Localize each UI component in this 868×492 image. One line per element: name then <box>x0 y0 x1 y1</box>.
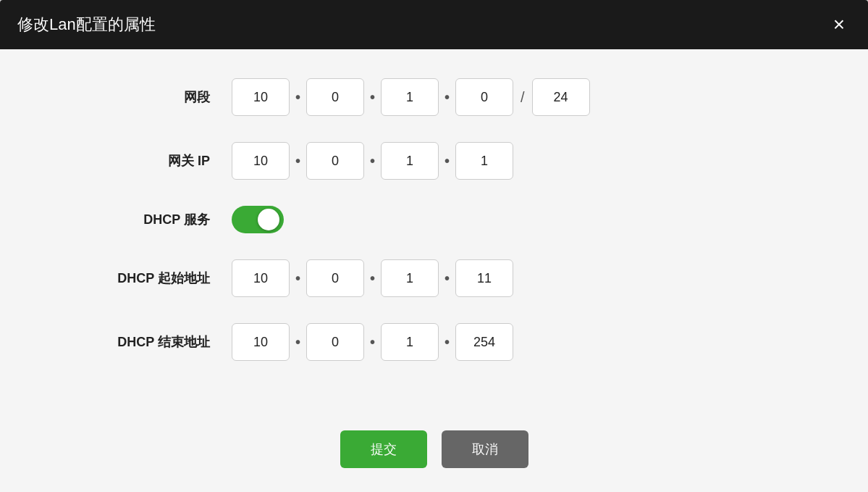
modal-header: 修改Lan配置的属性 × <box>0 0 868 49</box>
dhcp-end-dot1: • <box>295 334 300 351</box>
dhcp-end-ip-group: • • • <box>232 323 513 361</box>
modal-body: 网段 • • • / 网关 IP • • • <box>0 49 868 416</box>
gateway-label: 网关 IP <box>43 152 232 170</box>
modal-footer: 提交 取消 <box>0 416 868 492</box>
gateway-dot1: • <box>295 153 300 170</box>
dhcp-service-row: DHCP 服务 <box>43 206 825 233</box>
dhcp-end-dot2: • <box>370 334 375 351</box>
cancel-button[interactable]: 取消 <box>442 430 528 468</box>
network-oct4[interactable] <box>455 78 513 116</box>
gateway-oct1[interactable] <box>232 142 290 180</box>
dhcp-end-oct4[interactable] <box>455 323 513 361</box>
close-button[interactable]: × <box>827 12 851 38</box>
gateway-oct3[interactable] <box>381 142 439 180</box>
dhcp-end-oct2[interactable] <box>306 323 364 361</box>
network-oct1[interactable] <box>232 78 290 116</box>
gateway-row: 网关 IP • • • <box>43 142 825 180</box>
gateway-dot2: • <box>370 153 375 170</box>
network-label: 网段 <box>43 88 232 106</box>
network-row: 网段 • • • / <box>43 78 825 116</box>
network-prefix[interactable] <box>532 78 590 116</box>
dhcp-end-dot3: • <box>444 334 450 351</box>
dhcp-start-oct3[interactable] <box>381 259 439 297</box>
dhcp-end-label: DHCP 结束地址 <box>43 333 232 351</box>
dhcp-start-row: DHCP 起始地址 • • • <box>43 259 825 297</box>
dhcp-start-oct4[interactable] <box>455 259 513 297</box>
dhcp-start-dot1: • <box>295 270 300 287</box>
dhcp-service-label: DHCP 服务 <box>43 211 232 228</box>
network-oct3[interactable] <box>381 78 439 116</box>
dhcp-toggle-label[interactable] <box>232 206 284 233</box>
submit-button[interactable]: 提交 <box>340 430 427 468</box>
gateway-oct2[interactable] <box>306 142 364 180</box>
network-dot1: • <box>295 89 300 106</box>
dhcp-start-ip-group: • • • <box>232 259 513 297</box>
network-dot2: • <box>370 89 375 106</box>
dhcp-start-dot2: • <box>370 270 375 287</box>
gateway-dot3: • <box>444 153 450 170</box>
dhcp-start-dot3: • <box>444 270 450 287</box>
gateway-oct4[interactable] <box>455 142 513 180</box>
network-oct2[interactable] <box>306 78 364 116</box>
dhcp-start-label: DHCP 起始地址 <box>43 270 232 287</box>
dhcp-toggle-wrapper <box>232 206 284 233</box>
lan-config-modal: 修改Lan配置的属性 × 网段 • • • / 网关 IP • <box>0 0 868 492</box>
dhcp-start-oct1[interactable] <box>232 259 290 297</box>
network-ip-group: • • • / <box>232 78 590 116</box>
dhcp-end-oct3[interactable] <box>381 323 439 361</box>
dhcp-end-row: DHCP 结束地址 • • • <box>43 323 825 361</box>
modal-title: 修改Lan配置的属性 <box>17 14 156 36</box>
gateway-ip-group: • • • <box>232 142 513 180</box>
network-slash: / <box>521 89 525 106</box>
network-dot3: • <box>444 89 450 106</box>
dhcp-start-oct2[interactable] <box>306 259 364 297</box>
dhcp-end-oct1[interactable] <box>232 323 290 361</box>
